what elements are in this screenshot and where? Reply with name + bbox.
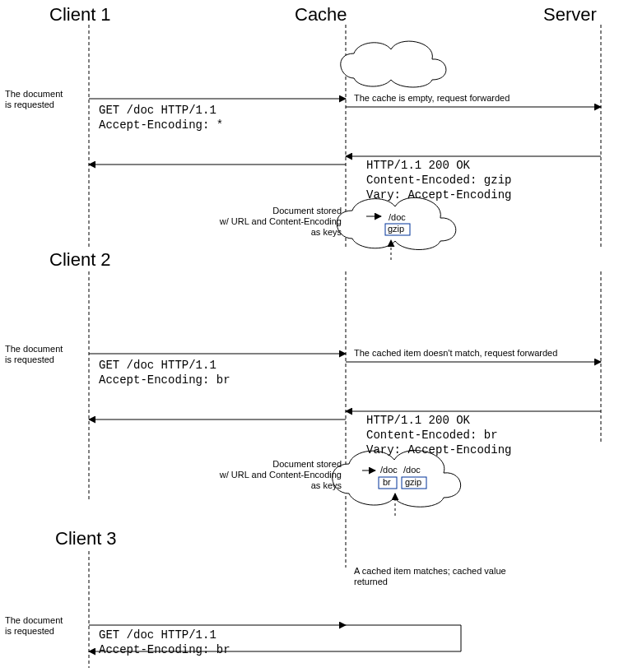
heading-cache: Cache: [295, 4, 347, 25]
note-doc-req-1: The document is requested: [5, 89, 63, 110]
svg-text:/doc: /doc: [403, 465, 421, 475]
response-1: HTTP/1.1 200 OK Content-Encoded: gzip Va…: [366, 158, 511, 202]
request-3: GET /doc HTTP/1.1 Accept-Encoding: br: [99, 628, 230, 657]
request-2: GET /doc HTTP/1.1 Accept-Encoding: br: [99, 358, 230, 387]
note-fwd-nomatch: The cached item doesn't match, request f…: [354, 348, 557, 359]
cache-tag-gzip-2: gzip: [405, 477, 421, 487]
request-1: GET /doc HTTP/1.1 Accept-Encoding: *: [99, 103, 223, 132]
heading-client2: Client 2: [49, 249, 111, 271]
svg-text:/doc: /doc: [389, 212, 406, 222]
note-stored-1: Document stored w/ URL and Content-Encod…: [218, 206, 342, 238]
heading-client3: Client 3: [55, 528, 117, 549]
svg-text:/doc: /doc: [380, 465, 398, 475]
note-doc-req-3: The document is requested: [5, 615, 63, 637]
cache-tag-gzip-1: gzip: [388, 224, 404, 234]
note-cached-match: A cached item matches; cached value retu…: [354, 566, 506, 587]
response-2: HTTP/1.1 200 OK Content-Encoded: br Vary…: [366, 413, 511, 457]
note-doc-req-2: The document is requested: [5, 344, 63, 365]
note-stored-2: Document stored w/ URL and Content-Encod…: [218, 459, 342, 491]
note-fwd-empty: The cache is empty, request forwarded: [354, 93, 510, 104]
heading-server: Server: [543, 4, 597, 25]
cache-tag-br: br: [383, 477, 391, 487]
heading-client1: Client 1: [49, 4, 111, 25]
